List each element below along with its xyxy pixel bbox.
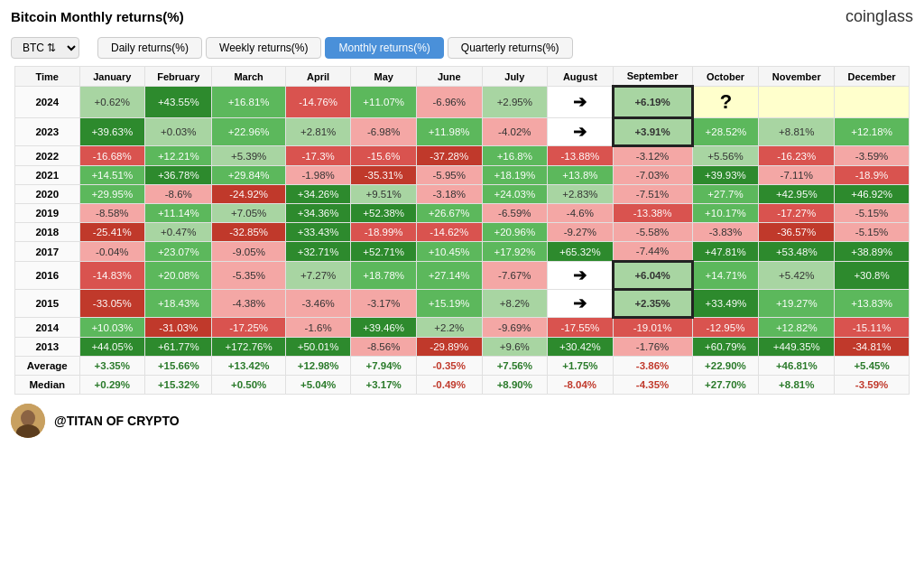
data-cell: -1.6% — [285, 318, 351, 338]
btc-select[interactable]: BTC ⇅ — [11, 37, 79, 59]
table-row: 2021+14.51%+36.78%+29.84%-1.98%-35.31%-5… — [15, 166, 910, 185]
data-cell: +47.81% — [692, 242, 759, 262]
col-header-january: January — [79, 67, 145, 87]
data-cell: ? — [692, 87, 759, 118]
data-cell: -17.3% — [285, 146, 351, 166]
data-cell: +11.14% — [145, 204, 212, 223]
data-cell: -14.83% — [79, 262, 145, 290]
data-cell: +12.82% — [759, 318, 835, 338]
data-cell: -7.03% — [613, 166, 692, 185]
data-cell: +14.71% — [692, 262, 759, 290]
median-cell: -8.04% — [548, 376, 614, 395]
data-cell: -1.76% — [613, 338, 692, 357]
average-cell: +5.45% — [835, 357, 910, 376]
data-cell: -5.35% — [212, 262, 285, 290]
data-cell: -25.41% — [79, 223, 145, 242]
col-header-june: June — [416, 67, 482, 87]
data-cell: +38.89% — [835, 242, 910, 262]
data-cell: -3.12% — [613, 146, 692, 166]
data-cell: +23.07% — [145, 242, 212, 262]
data-cell: +53.48% — [759, 242, 835, 262]
data-cell: +34.26% — [285, 185, 351, 204]
data-cell: -19.01% — [613, 318, 692, 338]
data-cell: -6.59% — [482, 204, 548, 223]
tab-2[interactable]: Monthly returns(%) — [325, 37, 443, 59]
data-cell: +12.18% — [835, 118, 910, 146]
data-cell: -31.03% — [145, 318, 212, 338]
year-cell: 2015 — [15, 290, 80, 318]
data-cell: +8.81% — [759, 118, 835, 146]
col-header-time: Time — [15, 67, 80, 87]
median-cell: +0.29% — [79, 376, 145, 395]
average-cell: +1.75% — [548, 357, 614, 376]
data-cell: +34.36% — [285, 204, 351, 223]
tab-3[interactable]: Quarterly returns(%) — [448, 37, 573, 59]
data-cell: -32.85% — [212, 223, 285, 242]
data-cell: -33.05% — [79, 290, 145, 318]
data-cell: +2.2% — [416, 318, 482, 338]
tab-1[interactable]: Weekly returns(%) — [206, 37, 321, 59]
data-cell: +29.95% — [79, 185, 145, 204]
data-cell: +9.51% — [351, 185, 417, 204]
median-cell: -0.49% — [416, 376, 482, 395]
median-cell: -4.35% — [613, 376, 692, 395]
col-header-july: July — [482, 67, 548, 87]
data-cell: +39.63% — [79, 118, 145, 146]
data-cell: +20.08% — [145, 262, 212, 290]
data-cell: +5.39% — [212, 146, 285, 166]
data-cell: -5.95% — [416, 166, 482, 185]
data-cell: -5.15% — [835, 223, 910, 242]
data-cell: +28.52% — [692, 118, 759, 146]
col-header-october: October — [692, 67, 759, 87]
data-cell: +5.56% — [692, 146, 759, 166]
data-cell: +18.19% — [482, 166, 548, 185]
data-cell: -29.89% — [416, 338, 482, 357]
average-cell: +13.42% — [212, 357, 285, 376]
data-cell: -15.6% — [351, 146, 417, 166]
data-cell: ➔ — [548, 87, 614, 118]
data-cell: +33.43% — [285, 223, 351, 242]
svg-point-1 — [21, 410, 35, 426]
data-cell — [759, 87, 835, 118]
median-cell: +3.17% — [351, 376, 417, 395]
data-cell: +46.92% — [835, 185, 910, 204]
data-cell: -7.67% — [482, 262, 548, 290]
data-cell: -8.56% — [351, 338, 417, 357]
data-cell: -9.69% — [482, 318, 548, 338]
median-cell: +8.81% — [759, 376, 835, 395]
data-cell: -1.98% — [285, 166, 351, 185]
data-cell: +13.83% — [835, 290, 910, 318]
data-cell: +22.96% — [212, 118, 285, 146]
table-row: 2023+39.63%+0.03%+22.96%+2.81%-6.98%+11.… — [15, 118, 910, 146]
data-cell: -18.9% — [835, 166, 910, 185]
data-cell: -16.68% — [79, 146, 145, 166]
median-cell: +5.04% — [285, 376, 351, 395]
data-cell: +2.35% — [613, 290, 692, 318]
data-cell: -17.27% — [759, 204, 835, 223]
year-cell: 2022 — [15, 146, 80, 166]
year-cell: 2017 — [15, 242, 80, 262]
data-cell: +15.19% — [416, 290, 482, 318]
table-row: 2024+0.62%+43.55%+16.81%-14.76%+11.07%-6… — [15, 87, 910, 118]
year-cell: 2021 — [15, 166, 80, 185]
average-cell: +15.66% — [145, 357, 212, 376]
data-cell: +14.51% — [79, 166, 145, 185]
average-row: Average+3.35%+15.66%+13.42%+12.98%+7.94%… — [15, 357, 910, 376]
data-cell: -16.23% — [759, 146, 835, 166]
data-cell: +32.71% — [285, 242, 351, 262]
data-cell: +33.49% — [692, 290, 759, 318]
table-row: 2018-25.41%+0.47%-32.85%+33.43%-18.99%-1… — [15, 223, 910, 242]
average-cell: +46.81% — [759, 357, 835, 376]
data-cell: -9.27% — [548, 223, 614, 242]
data-cell: +30.42% — [548, 338, 614, 357]
data-cell: -15.11% — [835, 318, 910, 338]
data-cell: -3.46% — [285, 290, 351, 318]
data-cell: ➔ — [548, 118, 614, 146]
data-cell: +6.04% — [613, 262, 692, 290]
data-cell: -3.83% — [692, 223, 759, 242]
table-row: 2020+29.95%-8.6%-24.92%+34.26%+9.51%-3.1… — [15, 185, 910, 204]
page-title: Bitcoin Monthly returns(%) — [11, 9, 184, 24]
data-cell: +50.01% — [285, 338, 351, 357]
tab-0[interactable]: Daily returns(%) — [97, 37, 202, 59]
data-cell: +12.21% — [145, 146, 212, 166]
